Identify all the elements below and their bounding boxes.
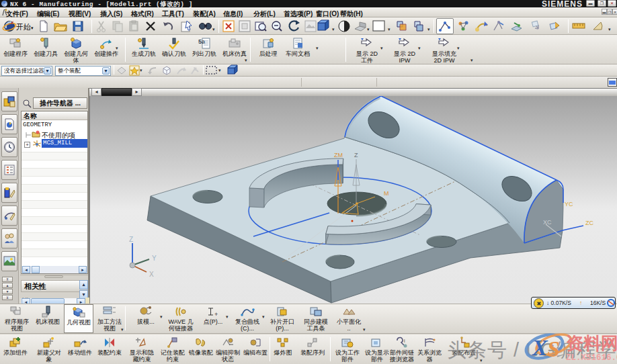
svg-text:X: X [532,335,548,360]
svg-text:ZM: ZM [334,152,343,158]
svg-text:YC: YC [565,201,573,208]
svg-text:ZL.XS1616.COM: ZL.XS1616.COM [566,353,617,363]
svg-text:i: i [404,338,405,343]
svg-text:资料网: 资料网 [566,333,617,353]
svg-text:ZC: ZC [585,220,593,226]
svg-text:+: + [214,311,218,318]
svg-text:Y: Y [152,255,157,262]
svg-text:M: M [384,190,389,197]
svg-text:Z: Z [129,236,133,243]
svg-text:XC: XC [543,219,552,226]
svg-text:5a: 5a [198,38,206,45]
svg-text:X: X [149,271,154,278]
svg-text:Z: Z [354,152,358,158]
svg-text:S: S [547,336,560,361]
